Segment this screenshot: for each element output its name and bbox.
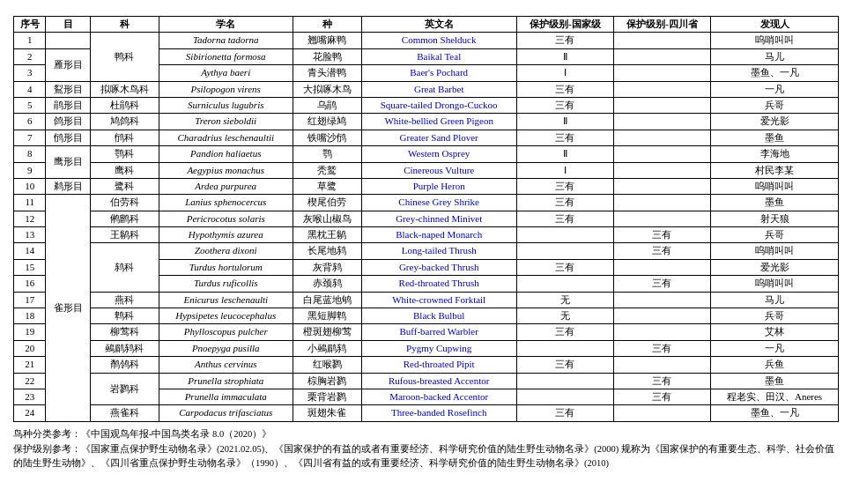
cell-gj — [516, 243, 613, 259]
cell-id: 10 — [14, 178, 46, 194]
column-header: 目 — [46, 17, 90, 33]
cell-sc — [613, 65, 710, 81]
column-header: 学名 — [159, 17, 293, 33]
cell-mu: 鴷形目 — [46, 81, 90, 97]
cell-ke: 鸻科 — [90, 130, 159, 145]
cell-id: 9 — [14, 162, 46, 178]
cell-xueming: Tadorna tadorna — [159, 33, 293, 48]
cell-id: 4 — [14, 81, 46, 97]
cell-gj: Ⅰ — [516, 65, 613, 81]
cell-ke: 鸺鹠科 — [90, 211, 159, 226]
cell-yw: Baikal Teal — [361, 48, 516, 64]
cell-fxr: 艾林 — [711, 324, 839, 340]
cell-sc: 三有 — [613, 276, 710, 292]
table-row: 9鹰科Aegypius monachus秃鹫Cinereous VultureⅠ… — [14, 162, 839, 178]
table-row: 5鹃形目杜鹃科Surniculus lugubris乌鹃Square-taile… — [14, 97, 839, 113]
cell-sc — [613, 195, 710, 211]
cell-zhong: 白尾蓝地鸲 — [293, 292, 361, 308]
column-header: 序号 — [14, 17, 46, 33]
cell-zhong: 青头潜鸭 — [293, 65, 361, 81]
cell-gj: Ⅱ — [516, 146, 613, 162]
cell-id: 14 — [14, 243, 46, 259]
cell-yw: Great Barbet — [361, 81, 516, 97]
cell-sc — [613, 97, 710, 113]
table-row: 21鹡鸰科Anthus cervinus红喉鹨Red-throated Pipi… — [14, 357, 839, 373]
table-row: 20鵐鹛鸫科Pnoepyga pusilla小鵐鹛鸫Pygmy Cupwing三… — [14, 340, 839, 356]
cell-xueming: Prunella strophiata — [159, 373, 293, 389]
cell-xueming: Pnoepyga pusilla — [159, 340, 293, 356]
cell-sc — [613, 130, 710, 145]
cell-yw: Square-tailed Drongo-Cuckoo — [361, 97, 516, 113]
cell-id: 22 — [14, 373, 46, 389]
cell-yw: Long-tailed Thrush — [361, 243, 516, 259]
table-row: 17燕科Enicurus leschenaulti白尾蓝地鸲White-crow… — [14, 292, 839, 308]
cell-xueming: Prunella immaculata — [159, 389, 293, 404]
cell-mu — [46, 33, 90, 48]
cell-gj — [516, 373, 613, 389]
column-header: 保护级别-四川省 — [613, 17, 710, 33]
cell-xueming: Hypothymis azurea — [159, 227, 293, 243]
cell-id: 19 — [14, 324, 46, 340]
cell-gj: 无 — [516, 292, 613, 308]
cell-ke: 燕科 — [90, 292, 159, 308]
cell-gj — [516, 276, 613, 292]
cell-id: 24 — [14, 405, 46, 421]
cell-yw: Three-banded Rosefinch — [361, 405, 516, 421]
cell-ke: 鹗科 — [90, 146, 159, 162]
cell-sc — [613, 114, 710, 130]
cell-zhong: 楔尾伯劳 — [293, 195, 361, 211]
cell-id: 11 — [14, 195, 46, 211]
cell-xueming: Sibirionetta formosa — [159, 48, 293, 64]
cell-id: 17 — [14, 292, 46, 308]
cell-id: 16 — [14, 276, 46, 292]
table-row: 8鹰形目鹗科Pandion haliaetus鹗Western OspreyⅡ李… — [14, 146, 839, 162]
cell-ke: 岩鹨科 — [90, 373, 159, 405]
cell-fxr: 一凡 — [711, 340, 839, 356]
cell-fxr: 墨鱼 — [711, 130, 839, 145]
cell-zhong: 黑枕王鹟 — [293, 227, 361, 243]
cell-fxr: 兵哥 — [711, 227, 839, 243]
cell-xueming: Turdus ruficollis — [159, 276, 293, 292]
table-row: 4鴷形目拟啄木鸟科Psilopogon virens大拟啄木鸟Great Bar… — [14, 81, 839, 97]
cell-zhong: 黑短脚鹎 — [293, 308, 361, 324]
cell-fxr: 呜哨叫叫 — [711, 243, 839, 259]
cell-gj — [516, 340, 613, 356]
cell-fxr: 李海地 — [711, 146, 839, 162]
cell-zhong: 长尾地鸫 — [293, 243, 361, 259]
cell-id: 23 — [14, 389, 46, 404]
cell-ke: 杜鹃科 — [90, 97, 159, 113]
cell-zhong: 秃鹫 — [293, 162, 361, 178]
cell-fxr: 一凡 — [711, 81, 839, 97]
cell-id: 21 — [14, 357, 46, 373]
cell-fxr: 墨鱼 — [711, 373, 839, 389]
cell-gj: 三有 — [516, 405, 613, 421]
cell-sc — [613, 405, 710, 421]
cell-yw: White-crowned Forktail — [361, 292, 516, 308]
cell-zhong: 乌鹃 — [293, 97, 361, 113]
cell-id: 6 — [14, 114, 46, 130]
cell-id: 5 — [14, 97, 46, 113]
cell-xueming: Psilopogon virens — [159, 81, 293, 97]
cell-fxr: 兵哥 — [711, 308, 839, 324]
cell-fxr: 墨鱼 — [711, 195, 839, 211]
cell-mu: 雀形目 — [46, 195, 90, 421]
cell-gj: 三有 — [516, 259, 613, 275]
table-row: 18鹎科Hypsipetes leucocephalus黑短脚鹎Black Bu… — [14, 308, 839, 324]
cell-fxr: 呜哨叫叫 — [711, 276, 839, 292]
cell-zhong: 橙斑翅柳莺 — [293, 324, 361, 340]
cell-fxr: 墨鱼、一凡 — [711, 65, 839, 81]
footer-section: 鸟种分类参考：《中国观鸟年报-中国鸟类名录 8.0（2020）》保护级别参考：《… — [13, 427, 839, 471]
cell-ke: 鹎科 — [90, 308, 159, 324]
cell-xueming: Pericrocotus solaris — [159, 211, 293, 226]
cell-fxr: 兵鱼 — [711, 357, 839, 373]
cell-yw: Black Bulbul — [361, 308, 516, 324]
table-row: 14鸫科Zoothera dixoni长尾地鸫Long-tailed Thrus… — [14, 243, 839, 259]
cell-fxr: 墨鱼、一凡 — [711, 405, 839, 421]
cell-fxr: 爱光影 — [711, 114, 839, 130]
cell-yw: Black-naped Monarch — [361, 227, 516, 243]
cell-gj: 三有 — [516, 211, 613, 226]
cell-ke: 燕雀科 — [90, 405, 159, 421]
cell-xueming: Anthus cervinus — [159, 357, 293, 373]
cell-gj: Ⅰ — [516, 162, 613, 178]
cell-id: 13 — [14, 227, 46, 243]
